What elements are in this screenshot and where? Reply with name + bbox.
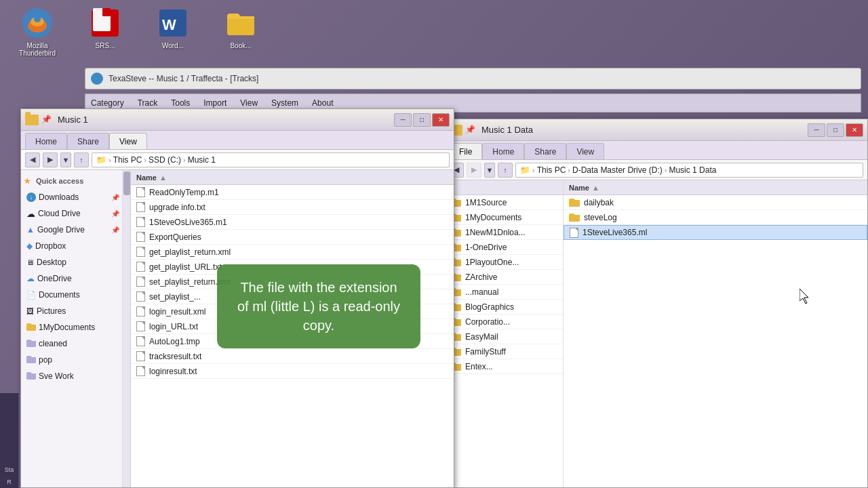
sidebar-item-onedrive[interactable]: ☁ OneDrive — [21, 270, 122, 287]
menu-item-tools[interactable]: Tools — [171, 98, 190, 108]
music-player-bar[interactable]: TexaSteve -- Music 1 / Traffecta - [Trac… — [85, 68, 861, 89]
right-addr-ddrive[interactable]: D-Data Master Drive (D:) — [572, 165, 663, 175]
folder-item-familystuff[interactable]: FamilyStuff — [445, 344, 563, 359]
sidebar-item-pop[interactable]: pop — [21, 352, 122, 368]
left-file-header: Name ▲ — [131, 170, 454, 185]
file-item-dailybak[interactable]: dailybak — [564, 195, 867, 210]
folder-item-entex[interactable]: Entex... — [445, 359, 563, 374]
quickaccess-label: Quick access — [36, 177, 83, 185]
left-tab-view[interactable]: View — [109, 133, 147, 149]
gdrive-icon: ▲ — [26, 225, 35, 235]
right-pin-icon: 📌 — [465, 125, 476, 136]
file-item-upgradeinfo[interactable]: upgrade info.txt — [131, 200, 454, 215]
sidebar-item-pictures[interactable]: 🖼 Pictures — [21, 303, 122, 319]
menu-item-about[interactable]: About — [312, 98, 333, 108]
left-minimize-btn[interactable]: ─ — [394, 113, 412, 127]
menu-item-view[interactable]: View — [240, 98, 258, 108]
folder-item-1onedrive[interactable]: 1-OneDrive — [445, 240, 563, 255]
right-tab-view[interactable]: View — [566, 143, 604, 159]
file-icon-tracksresult — [136, 351, 145, 361]
right-tab-share[interactable]: Share — [524, 143, 566, 159]
acrobat-icon[interactable]: PDF SRS... — [81, 7, 129, 57]
folder-item-1mydocuments[interactable]: 1MyDocuments — [445, 210, 563, 225]
folder-icon-stevelog — [569, 213, 580, 222]
cleaned-icon — [26, 339, 36, 349]
sidebar-item-cleaned[interactable]: cleaned — [21, 336, 122, 352]
right-file-panel: Name ▲ dailybak steveLog 1SteveLive365.m… — [564, 180, 867, 487]
dropbox-icon: ◆ — [26, 241, 33, 251]
menu-item-import[interactable]: Import — [203, 98, 226, 108]
right-address-box[interactable]: 📁 › This PC › D-Data Master Drive (D:) ›… — [515, 163, 863, 178]
file-item-loginresult[interactable]: loginresult.txt — [131, 364, 454, 379]
left-addr-ssd[interactable]: SSD (C:) — [149, 155, 181, 165]
right-title-bar: 📌 Music 1 Data ─ □ ✕ — [445, 119, 867, 141]
right-maximize-btn[interactable]: □ — [827, 123, 844, 137]
right-window-controls: ─ □ ✕ — [808, 123, 863, 137]
desktop-folder-icon[interactable]: Book... — [217, 7, 264, 57]
sidebar-item-dropbox[interactable]: ◆ Dropbox — [21, 238, 122, 254]
right-up-btn[interactable]: ↑ — [498, 163, 513, 178]
folder-item-manual[interactable]: ...manual — [445, 285, 563, 300]
file-item-tracksresult[interactable]: tracksresult.txt — [131, 349, 454, 364]
left-dropdown-btn[interactable]: ▼ — [60, 152, 71, 167]
left-addr-thispc[interactable]: This PC — [113, 155, 142, 165]
left-window-controls: ─ □ ✕ — [394, 113, 450, 127]
right-addr-music1data[interactable]: Music 1 Data — [669, 165, 716, 175]
right-minimize-btn[interactable]: ─ — [808, 123, 825, 137]
folder-item-easymail[interactable]: EasyMail — [445, 329, 563, 344]
left-pin-icon: 📌 — [41, 115, 52, 125]
left-address-box[interactable]: 📁 › This PC › SSD (C:) › Music 1 — [92, 152, 450, 167]
sidebar-item-googledrive[interactable]: ▲ Google Drive 📌 — [21, 222, 122, 238]
menu-item-system[interactable]: System — [271, 98, 298, 108]
left-maximize-btn[interactable]: □ — [413, 113, 431, 127]
file-icon-upgradeinfo — [136, 202, 145, 212]
right-dropdown-btn[interactable]: ▼ — [484, 163, 495, 178]
left-sidebar-scrollbar[interactable] — [123, 170, 131, 487]
folder-item-bloggraphics[interactable]: BlogGraphics — [445, 300, 563, 314]
word-label: Word... — [162, 42, 184, 49]
menu-item-track[interactable]: Track — [138, 98, 158, 108]
sidebar-item-1mydocuments[interactable]: 1MyDocuments — [21, 319, 122, 336]
file-item-stevelog[interactable]: steveLog — [564, 210, 867, 225]
menu-item-category[interactable]: Category — [91, 98, 124, 108]
right-tab-home[interactable]: Home — [482, 143, 524, 159]
file-item-readonlytemp[interactable]: ReadOnlyTemp.m1 — [131, 185, 454, 200]
folder-item-1m1source[interactable]: 1M1Source — [445, 195, 563, 210]
file-item-1steveoslive[interactable]: 1SteveOsLive365.m1 — [131, 215, 454, 230]
file-item-1steveliveml[interactable]: 1SteveLive365.ml — [564, 225, 867, 240]
folder-item-1playoutone[interactable]: 1PlayoutOne... — [445, 255, 563, 270]
left-close-btn[interactable]: ✕ — [432, 113, 450, 127]
left-up-btn[interactable]: ↑ — [74, 152, 89, 167]
sidebar-item-downloads[interactable]: ↓ Downloads 📌 — [21, 189, 122, 205]
left-addr-music1[interactable]: Music 1 — [188, 155, 216, 165]
left-back-btn[interactable]: ◀ — [25, 152, 40, 167]
right-sort-icon: ▲ — [592, 184, 599, 192]
right-close-btn[interactable]: ✕ — [846, 123, 863, 137]
folder-item-1newm1dnloa[interactable]: 1NewM1Dnloa... — [445, 225, 563, 240]
folder-item-corporatio[interactable]: Corporatio... — [445, 314, 563, 329]
clouddrive-icon: ☁ — [26, 209, 35, 219]
folder-item-zarchive[interactable]: ZArchive — [445, 270, 563, 285]
folder-icon-dailybak — [569, 198, 580, 207]
pop-icon — [26, 355, 36, 365]
right-folder-panel: 1M1Source 1MyDocuments 1NewM1Dnloa... 1-… — [445, 180, 564, 487]
right-addr-thispc[interactable]: This PC — [537, 165, 566, 175]
thunderbird-icon[interactable]: Mozilla Thunderbird — [14, 7, 61, 57]
sidebar-item-desktop[interactable]: 🖥 Desktop — [21, 254, 122, 270]
desktop-icon-s: 🖥 — [26, 258, 34, 266]
left-tab-home[interactable]: Home — [25, 133, 67, 149]
file-icon-getplaylisturl — [136, 262, 145, 272]
left-tab-share[interactable]: Share — [67, 133, 109, 149]
file-icon-autolog — [136, 336, 145, 346]
svg-point-3 — [34, 16, 41, 22]
file-icon-1steveliveml — [570, 228, 578, 238]
word-icon[interactable]: W Word... — [149, 7, 197, 57]
sidebar-item-documents[interactable]: 📄 Documents — [21, 287, 122, 303]
file-item-exportqueries[interactable]: ExportQueries — [131, 230, 454, 245]
sidebar-item-clouddrive[interactable]: ☁ Cloud Drive 📌 — [21, 205, 122, 222]
right-forward-btn[interactable]: ▶ — [467, 163, 481, 178]
file-item-getplaylistreturn[interactable]: get_playlist_return.xml — [131, 245, 454, 260]
sidebar-item-quickaccess[interactable]: ★ Quick access — [21, 173, 122, 189]
left-forward-btn[interactable]: ▶ — [43, 152, 58, 167]
sidebar-item-svework[interactable]: Sve Work — [21, 368, 122, 384]
